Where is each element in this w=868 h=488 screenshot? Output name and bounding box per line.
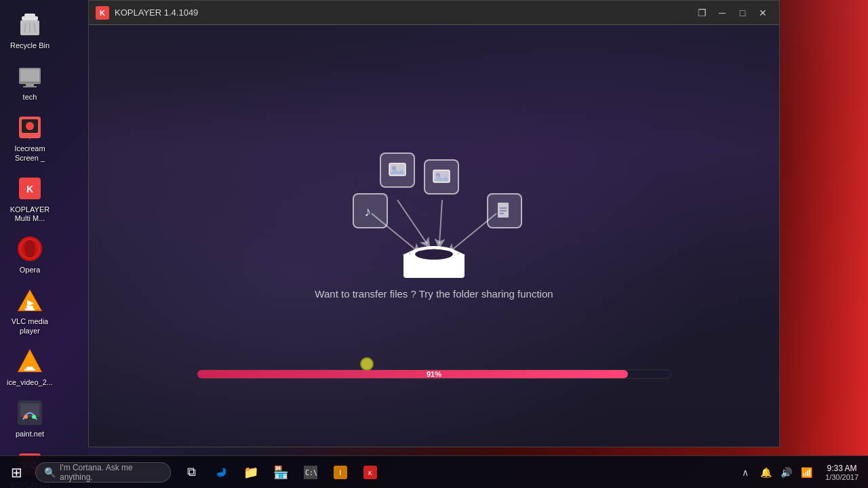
store-icon: 🏪	[273, 465, 288, 480]
progress-track: 91%	[197, 369, 671, 379]
svg-rect-7	[20, 69, 39, 81]
windows-logo-icon: ⊞	[11, 464, 22, 481]
taskbar-app2[interactable]: K	[355, 456, 385, 488]
task-view-button[interactable]: ⧉	[176, 456, 206, 488]
float-photo1-icon	[380, 152, 415, 188]
vlc-label: VLC media player	[5, 317, 54, 335]
progress-label: 91%	[427, 370, 441, 378]
svg-text:K: K	[26, 184, 33, 195]
edge-button[interactable]	[206, 456, 236, 488]
paint-label: paint.net	[16, 430, 44, 439]
maximize-button[interactable]: □	[733, 5, 752, 21]
system-tray: ∧ 🔔 🔊 📶 9:33 AM 1/30/2017	[732, 456, 868, 488]
koplayer-window: K KOPLAYER 1.4.1049 ❐ ─ □ ✕	[88, 0, 780, 447]
desktop: Recycle Bin tech	[0, 0, 868, 488]
mouse-cursor	[360, 357, 374, 371]
tray-volume-icon[interactable]: 🔊	[778, 456, 794, 488]
cortana-search[interactable]: 🔍 I'm Cortana. Ask me anything.	[35, 462, 171, 483]
tech-icon	[15, 61, 45, 91]
tray-up-arrow[interactable]: ∧	[737, 456, 753, 488]
svg-point-12	[26, 122, 34, 130]
svg-rect-1	[24, 14, 35, 17]
transfer-text: Want to transfer files ? Try the folder …	[315, 288, 553, 300]
svg-point-30	[24, 415, 28, 419]
window-titlebar: K KOPLAYER 1.4.1049 ❐ ─ □ ✕	[89, 1, 779, 25]
window-title: KOPLAYER 1.4.1049	[115, 7, 692, 18]
svg-rect-29	[20, 403, 39, 417]
task-view-icon: ⧉	[187, 465, 196, 479]
koplayer-multi-label: KOPLAYER Multi M...	[5, 205, 54, 223]
float-doc-icon	[487, 193, 522, 228]
tray-clock[interactable]: 9:33 AM 1/30/2017	[821, 464, 863, 481]
svg-rect-9	[23, 86, 37, 87]
progress-container: 91%	[197, 369, 671, 379]
network-icon: 📶	[801, 467, 812, 478]
edge-icon	[214, 466, 228, 479]
taskbar-app1[interactable]: I	[326, 456, 355, 488]
svg-text:K: K	[368, 470, 372, 476]
svg-rect-27	[24, 369, 35, 371]
svg-text:C:\: C:\	[305, 469, 317, 476]
svg-point-17	[24, 239, 35, 258]
window-content: ♪	[89, 25, 779, 447]
file-transfer-illustration: ♪	[315, 146, 553, 300]
ice-video-icon	[15, 346, 45, 376]
icecream-icon	[15, 113, 45, 142]
svg-rect-22	[25, 308, 35, 310]
app1-icon: I	[334, 466, 347, 479]
desktop-icon-koplayer-multi[interactable]: K KOPLAYER Multi M...	[3, 169, 57, 227]
svg-text:♪: ♪	[364, 204, 371, 219]
desktop-icon-vlc[interactable]: ▶ VLC media player	[3, 281, 57, 339]
desktop-icon-opera[interactable]: Opera	[3, 230, 57, 279]
icecream-label: Icecream Screen _	[5, 144, 54, 162]
progress-fill	[197, 370, 628, 378]
svg-rect-8	[26, 84, 34, 86]
speaker-icon: 🔊	[781, 467, 792, 478]
bell-icon: 🔔	[760, 467, 772, 478]
window-controls: ❐ ─ □ ✕	[692, 5, 772, 21]
explorer-button[interactable]: 📁	[236, 456, 266, 488]
vlc-icon: ▶	[15, 285, 45, 315]
recycle-bin-icon	[15, 9, 45, 39]
cmd-icon: C:\	[304, 466, 317, 479]
restore-button[interactable]: ❐	[692, 5, 711, 21]
taskbar: ⊞ 🔍 I'm Cortana. Ask me anything. ⧉ 📁 🏪	[0, 455, 868, 488]
float-music-icon: ♪	[353, 193, 388, 228]
svg-point-31	[32, 415, 36, 419]
opera-icon	[15, 234, 45, 264]
tech-label: tech	[23, 93, 37, 102]
taskbar-apps: ⧉ 📁 🏪 C:\	[176, 456, 385, 488]
opera-label: Opera	[20, 266, 41, 274]
file-icons-group: ♪	[339, 146, 529, 281]
svg-text:▶: ▶	[27, 298, 34, 308]
app2-icon: K	[363, 466, 377, 479]
paint-icon	[15, 398, 45, 428]
close-button[interactable]: ✕	[753, 5, 772, 21]
start-button[interactable]: ⊞	[0, 456, 33, 488]
cmd-button[interactable]: C:\	[296, 456, 326, 488]
inbox-icon	[400, 234, 468, 281]
desktop-icon-tech[interactable]: tech	[3, 57, 57, 106]
koplayer-multi-icon: K	[15, 174, 45, 203]
chevron-up-icon: ∧	[742, 467, 749, 478]
desktop-icon-ice-video[interactable]: ice_video_2...	[3, 342, 57, 391]
recycle-bin-label: Recycle Bin	[10, 41, 50, 50]
svg-text:I: I	[340, 469, 342, 476]
cortana-placeholder: I'm Cortana. Ask me anything.	[60, 463, 162, 482]
desktop-icons-panel: Recycle Bin tech	[0, 0, 88, 455]
clock-time: 9:33 AM	[827, 464, 857, 473]
clock-date: 1/30/2017	[825, 473, 859, 481]
float-photo2-icon	[424, 159, 459, 195]
minimize-button[interactable]: ─	[713, 5, 732, 21]
store-button[interactable]: 🏪	[266, 456, 296, 488]
explorer-icon: 📁	[243, 465, 258, 480]
desktop-icon-recycle-bin[interactable]: Recycle Bin	[3, 5, 57, 54]
window-logo: K	[96, 6, 109, 20]
search-icon: 🔍	[44, 467, 56, 478]
svg-rect-26	[26, 367, 33, 369]
tray-notification-icon[interactable]: 🔔	[757, 456, 774, 488]
ice-video-label: ice_video_2...	[7, 378, 53, 387]
tray-network-icon[interactable]: 📶	[798, 456, 814, 488]
desktop-icon-icecream[interactable]: Icecream Screen _	[3, 108, 57, 166]
desktop-icon-paint[interactable]: paint.net	[3, 394, 57, 443]
